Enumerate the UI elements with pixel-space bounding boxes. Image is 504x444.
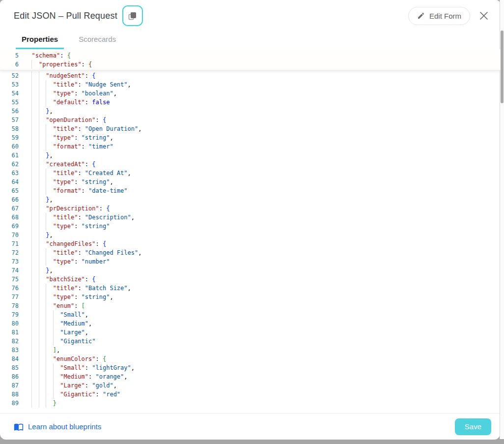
tab-properties[interactable]: Properties <box>16 35 64 49</box>
code-line-5[interactable]: 5 "schema": { <box>0 51 500 60</box>
code-text: "prDescription": { <box>25 204 110 213</box>
code-line-62[interactable]: 62 "createdAt": { <box>0 160 500 169</box>
indent-guide <box>39 248 39 257</box>
page-scrollbar[interactable] <box>500 0 504 439</box>
code-line-56[interactable]: 56 }, <box>0 107 500 116</box>
indent-guide <box>31 275 32 284</box>
line-number: 74 <box>0 266 19 275</box>
token: { <box>92 276 95 283</box>
token: : <box>82 143 88 150</box>
token: "title" <box>53 81 78 88</box>
code-lines: 52 "nudgeSent": {53 "title": "Nudge Sent… <box>0 70 500 408</box>
save-button[interactable]: Save <box>455 418 491 435</box>
token: "enumColors" <box>53 355 96 362</box>
code-line-83[interactable]: 83 ], <box>0 346 500 355</box>
indent-guide <box>39 239 39 248</box>
tab-scorecards[interactable]: Scorecards <box>73 35 122 49</box>
code-line-70[interactable]: 70 }, <box>0 231 500 239</box>
code-line-73[interactable]: 73 "type": "number" <box>0 257 500 266</box>
code-line-87[interactable]: 87 "Large": "gold", <box>0 381 500 390</box>
code-line-65[interactable]: 65 "format": "date-time" <box>0 186 500 195</box>
code-line-84[interactable]: 84 "enumColors": { <box>0 355 500 363</box>
scrollbar-thumb[interactable] <box>501 30 504 103</box>
code-text: "type": "boolean", <box>25 89 117 98</box>
code-line-54[interactable]: 54 "type": "boolean", <box>0 89 500 98</box>
code-line-85[interactable]: 85 "Small": "lightGray", <box>0 363 500 372</box>
code-line-82[interactable]: 82 "Gigantic" <box>0 337 500 346</box>
code-line-55[interactable]: 55 "default": false <box>0 98 500 107</box>
code-text: "format": "timer" <box>25 142 113 151</box>
indent-guide <box>31 248 32 257</box>
code-line-57[interactable]: 57 "openDuration": { <box>0 116 500 124</box>
code-line-53[interactable]: 53 "title": "Nudge Sent", <box>0 80 500 89</box>
indent-guide <box>46 337 46 346</box>
copy-button[interactable] <box>122 5 143 26</box>
modal-header: Edit JSON – Pull Request Edit Form <box>0 0 500 30</box>
code-line-78[interactable]: 78 "enum": [ <box>0 301 500 310</box>
token: "Batch Size" <box>85 285 128 292</box>
line-number: 78 <box>0 301 19 310</box>
code-line-80[interactable]: 80 "Medium", <box>0 319 500 328</box>
token: : <box>78 249 84 256</box>
code-line-74[interactable]: 74 }, <box>0 266 500 275</box>
code-line-52[interactable]: 52 "nudgeSent": { <box>0 71 500 80</box>
code-line-88[interactable]: 88 "Gigantic": "red" <box>0 390 500 399</box>
code-line-58[interactable]: 58 "title": "Open Duration", <box>0 124 500 133</box>
close-button[interactable] <box>478 10 489 21</box>
code-line-66[interactable]: 66 }, <box>0 195 500 204</box>
indent-guide <box>46 98 46 107</box>
learn-about-blueprints-link[interactable]: Learn about blueprints <box>14 422 101 432</box>
token: "string" <box>82 134 110 141</box>
indent-guide <box>39 89 39 98</box>
token: : <box>74 223 81 230</box>
token: } <box>46 108 49 115</box>
token: "Created At" <box>85 170 128 177</box>
code-line-76[interactable]: 76 "title": "Batch Size", <box>0 284 500 293</box>
indent-guide <box>39 346 39 355</box>
token: { <box>106 205 110 212</box>
code-line-79[interactable]: 79 "Small", <box>0 310 500 319</box>
code-line-86[interactable]: 86 "Medium": "orange", <box>0 372 500 381</box>
code-line-67[interactable]: 67 "prDescription": { <box>0 204 500 213</box>
code-line-72[interactable]: 72 "title": "Changed Files", <box>0 248 500 257</box>
token: "title" <box>53 285 78 292</box>
code-line-71[interactable]: 71 "changedFiles": { <box>0 239 500 248</box>
indent-guide <box>39 363 39 372</box>
code-line-63[interactable]: 63 "title": "Created At", <box>0 169 500 178</box>
code-text: "createdAt": { <box>25 160 96 169</box>
code-line-60[interactable]: 60 "format": "timer" <box>0 142 500 151</box>
code-line-75[interactable]: 75 "batchSize": { <box>0 275 500 284</box>
code-text: "title": "Batch Size", <box>25 284 131 293</box>
indent-guide <box>39 98 39 107</box>
code-line-64[interactable]: 64 "type": "string", <box>0 178 500 186</box>
modal-title: Edit JSON – Pull Request <box>14 11 117 21</box>
code-line-77[interactable]: 77 "type": "string", <box>0 293 500 301</box>
indent-guide <box>31 124 32 133</box>
code-text: "default": false <box>25 98 110 107</box>
edit-form-button[interactable]: Edit Form <box>408 7 470 25</box>
indent-guide <box>31 142 32 151</box>
code-line-68[interactable]: 68 "title": "Description", <box>0 213 500 222</box>
code-line-61[interactable]: 61 }, <box>0 151 500 160</box>
token: "format" <box>53 143 82 150</box>
token: : <box>85 382 92 389</box>
code-line-59[interactable]: 59 "type": "string", <box>0 133 500 142</box>
code-line-89[interactable]: 89 } <box>0 399 500 408</box>
token: "Small" <box>60 364 85 371</box>
indent-guide <box>46 381 46 390</box>
indent-guide <box>39 390 39 399</box>
code-text: "title": "Created At", <box>25 169 131 178</box>
token: , <box>50 152 53 159</box>
indent-guide <box>39 381 39 390</box>
line-number: 84 <box>0 355 19 363</box>
code-line-6[interactable]: 6 "properties": { <box>0 60 500 69</box>
code-text: "changedFiles": { <box>25 239 106 248</box>
code-line-69[interactable]: 69 "type": "string" <box>0 222 500 231</box>
code-line-81[interactable]: 81 "Large", <box>0 328 500 337</box>
token: "string" <box>82 223 110 230</box>
token: : <box>96 355 103 362</box>
line-number: 55 <box>0 98 19 107</box>
code-text: "title": "Description", <box>25 213 135 222</box>
json-code-editor[interactable]: 5 "schema": {6 "properties": { 52 "nudge… <box>0 49 500 413</box>
indent-guide <box>31 319 32 328</box>
